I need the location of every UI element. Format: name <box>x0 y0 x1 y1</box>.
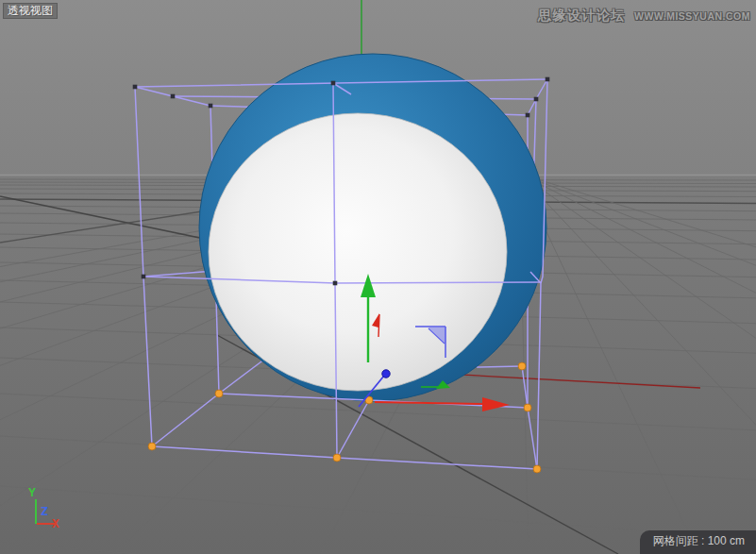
ffd-cage-point[interactable] <box>534 97 539 102</box>
ffd-cage-point-selected[interactable] <box>148 443 156 450</box>
viewport-3d[interactable]: YZX 透视视图 思缘设计论坛 WWW.MISSYUAN.COM 网格间距 : … <box>0 0 756 554</box>
grid-spacing-status: 网格间距 : 100 cm <box>640 530 756 554</box>
axis-triad-label-x: X <box>52 516 59 530</box>
axis-triad-label-z: Z <box>41 504 48 518</box>
axis-triad-label-y: Y <box>28 485 36 499</box>
watermark-forum-name: 思缘设计论坛 <box>538 8 626 25</box>
ffd-cage-point-selected[interactable] <box>533 465 541 473</box>
watermark-url: WWW.MISSYUAN.COM <box>634 10 750 22</box>
ffd-cage-point-selected[interactable] <box>524 404 531 411</box>
ffd-cage-point[interactable] <box>546 77 550 82</box>
ffd-cage-point[interactable] <box>526 113 530 118</box>
watermark: 思缘设计论坛 WWW.MISSYUAN.COM <box>538 8 750 25</box>
view-menu-label[interactable]: 透视视图 <box>3 3 58 19</box>
ffd-cage-point[interactable] <box>331 81 336 86</box>
ffd-cage-point[interactable] <box>133 85 138 90</box>
ffd-cage-edge <box>477 366 522 367</box>
ffd-cage-point-selected[interactable] <box>333 454 341 462</box>
viewport-canvas[interactable]: YZX <box>0 0 756 554</box>
ffd-cage-point[interactable] <box>171 94 176 99</box>
ffd-cage-point[interactable] <box>333 281 338 286</box>
ffd-cage-point-selected[interactable] <box>215 390 223 397</box>
ffd-cage-point[interactable] <box>142 275 146 279</box>
ffd-cage-point-selected[interactable] <box>518 362 526 370</box>
ffd-cage-point[interactable] <box>209 104 213 109</box>
sphere-object-white[interactable] <box>209 113 507 391</box>
z-axis-dot-handle[interactable] <box>382 370 390 378</box>
